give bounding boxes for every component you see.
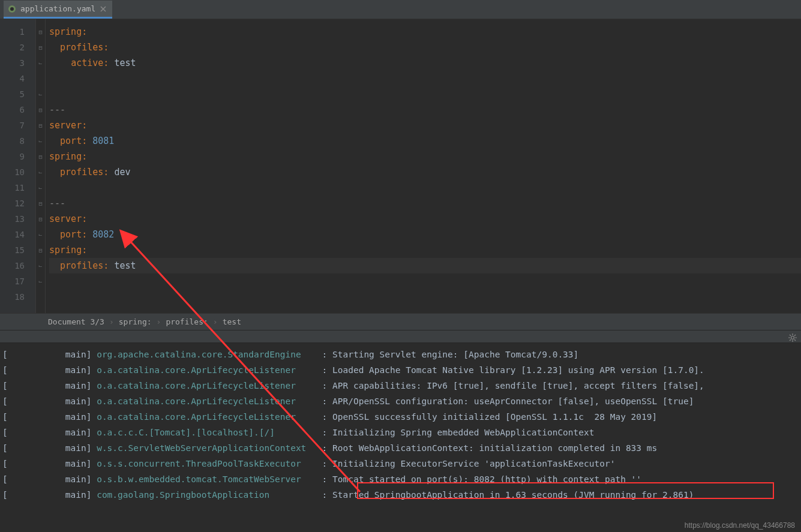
line-number: 6 <box>0 102 35 118</box>
line-number: 13 <box>0 211 35 227</box>
line-number: 3 <box>0 55 35 71</box>
line-number: 11 <box>0 180 35 196</box>
fold-icon: ⌙ <box>36 180 45 196</box>
fold-icon: ⌙ <box>36 258 45 273</box>
fold-icon[interactable]: ⊟ <box>36 149 45 164</box>
breadcrumb-item[interactable]: test <box>223 317 241 326</box>
svg-point-2 <box>791 336 794 339</box>
console-line: [ main] com.gaolang.SpringbootApplicatio… <box>2 487 801 503</box>
line-number: 14 <box>0 227 35 242</box>
line-number: 17 <box>0 273 35 289</box>
line-number: 10 <box>0 164 35 180</box>
yaml-file-icon <box>7 4 17 14</box>
line-number: 5 <box>0 86 35 102</box>
console-line: [ main] o.s.s.concurrent.ThreadPoolTaskE… <box>2 456 801 471</box>
gear-icon[interactable] <box>788 333 797 342</box>
console-line: [ main] o.a.catalina.core.AprLifecycleLi… <box>2 409 801 425</box>
breadcrumb-item[interactable]: profiles: <box>166 317 208 326</box>
fold-icon[interactable]: ⊟ <box>36 102 45 118</box>
fold-icon[interactable]: ⊟ <box>36 24 45 40</box>
breadcrumb-doc[interactable]: Document 3/3 <box>48 317 104 326</box>
close-icon[interactable] <box>99 5 107 13</box>
console-output[interactable]: [ main] org.apache.catalina.core.Standar… <box>0 343 801 511</box>
tab-filename: application.yaml <box>20 4 95 13</box>
breadcrumb: Document 3/3 › spring: › profiles: › tes… <box>0 313 801 330</box>
fold-icon: ⌙ <box>36 133 45 149</box>
editor-area[interactable]: 1 2 3 4 5 6 7 8 9 10 11 12 13 14 15 16 1… <box>0 19 801 313</box>
line-number: 8 <box>0 133 35 149</box>
line-number: 16 <box>0 258 35 273</box>
console-line: [ main] o.s.b.w.embedded.tomcat.TomcatWe… <box>2 471 801 487</box>
breadcrumb-item[interactable]: spring: <box>119 317 152 326</box>
panel-toolbar <box>0 330 801 343</box>
fold-icon[interactable]: ⊟ <box>36 211 45 227</box>
fold-column: ⊟ ⊟ ⌙ ⌙ ⊟ ⊟ ⌙ ⊟ ⌙ ⌙ ⊟ ⊟ ⌙ ⊟ ⌙ ⌙ <box>36 19 46 313</box>
fold-icon: ⌙ <box>36 86 45 102</box>
line-number: 4 <box>0 71 35 86</box>
line-number: 18 <box>0 289 35 305</box>
fold-icon[interactable]: ⊟ <box>36 118 45 133</box>
line-number: 15 <box>0 242 35 258</box>
chevron-right-icon: › <box>213 317 218 326</box>
line-number: 2 <box>0 40 35 55</box>
console-line: [ main] o.a.catalina.core.AprLifecycleLi… <box>2 362 801 378</box>
line-number: 9 <box>0 149 35 164</box>
chevron-right-icon: › <box>157 317 161 326</box>
editor-tab-bar: application.yaml <box>0 0 801 19</box>
watermark-text: https://blog.csdn.net/qq_43466788 <box>685 521 795 530</box>
line-number: 1 <box>0 24 35 40</box>
console-line: [ main] w.s.c.ServletWebServerApplicatio… <box>2 440 801 456</box>
console-line: [ main] o.a.catalina.core.AprLifecycleLi… <box>2 393 801 409</box>
line-gutter: 1 2 3 4 5 6 7 8 9 10 11 12 13 14 15 16 1… <box>0 19 36 313</box>
code-content[interactable]: spring: profiles: active: test --- serve… <box>46 19 801 313</box>
fold-icon: ⌙ <box>36 227 45 242</box>
fold-icon[interactable]: ⊟ <box>36 40 45 55</box>
file-tab[interactable]: application.yaml <box>4 1 112 19</box>
fold-icon: ⌙ <box>36 273 45 289</box>
chevron-right-icon: › <box>109 317 114 326</box>
console-line: [ main] o.a.catalina.core.AprLifecycleLi… <box>2 378 801 393</box>
console-line: [ main] o.a.c.c.C.[Tomcat].[localhost].[… <box>2 425 801 440</box>
line-number: 7 <box>0 118 35 133</box>
console-line: [ main] org.apache.catalina.core.Standar… <box>2 347 801 362</box>
fold-icon[interactable]: ⌙ <box>36 55 45 71</box>
fold-icon[interactable]: ⊟ <box>36 242 45 258</box>
fold-icon[interactable]: ⊟ <box>36 196 45 211</box>
svg-point-1 <box>10 7 14 11</box>
line-number: 12 <box>0 196 35 211</box>
fold-icon: ⌙ <box>36 164 45 180</box>
